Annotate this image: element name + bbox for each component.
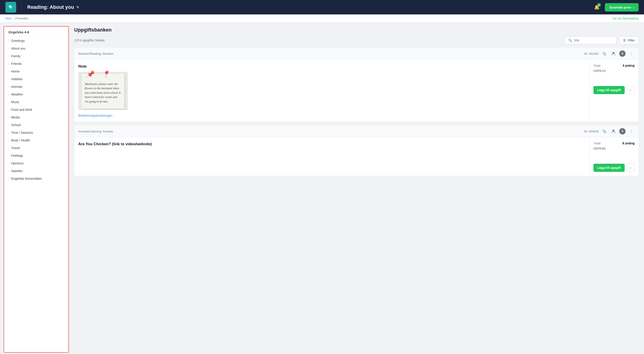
cefr-label: CEFR:A1 <box>594 69 634 73</box>
sidebar-item-time-seasons[interactable]: › Time / Seasons <box>4 129 68 136</box>
logo <box>6 2 16 13</box>
sidebar-item-family[interactable]: › Family <box>4 52 68 60</box>
header-divider <box>22 3 22 11</box>
lagg-till-button-1[interactable]: Lägg till uppgift <box>594 86 625 94</box>
more-options-icon[interactable]: ⋮ <box>628 50 634 57</box>
chevron-icon: › <box>8 131 10 134</box>
sidebar-item-travel[interactable]: › Travel <box>4 144 68 152</box>
sidebar-item-greetings[interactable]: › Greetings <box>4 37 68 45</box>
notification-button[interactable]: 🔔 0 <box>592 3 601 12</box>
sidebar-item-label: About you <box>11 47 26 50</box>
person-icon[interactable] <box>610 50 616 57</box>
avatar: A <box>619 50 626 57</box>
filter-label: Filter <box>628 39 635 42</box>
chevron-icon: › <box>8 116 10 119</box>
sidebar-item-feelings[interactable]: › Feelings <box>4 152 68 159</box>
sidebar-item-media[interactable]: › Media <box>4 113 68 121</box>
header: Reading: About you ✎ 🔔 0 Granska prov › <box>0 0 644 15</box>
totalt-row: Totalt: 4 poäng <box>594 64 634 67</box>
clip-icon[interactable]: 📎 <box>601 50 608 57</box>
card-2-actions: Lägg till uppgift ☆ <box>594 164 634 172</box>
bedömning-label: Bedömningsanvisningar <box>78 114 112 117</box>
task-card-1-header: Weather/Reading: Weather ID: 481083 📎 A … <box>74 48 638 60</box>
task-2-title: Are You Chicken? (link to video/website) <box>78 142 585 146</box>
task-1-title: Note <box>78 64 585 69</box>
sidebar-item-label: Friends <box>11 62 22 66</box>
note-image: 📌 📍 Mackenzie, please water the flowers … <box>78 72 128 110</box>
chevron-icon: › <box>8 108 10 111</box>
star-button-2[interactable]: ☆ <box>626 164 634 172</box>
totalt-label: Totalt: <box>594 64 601 67</box>
sidebar-item-friends[interactable]: › Friends <box>4 60 68 68</box>
search-box[interactable]: 🔍 <box>565 37 616 44</box>
sidebar-item-label: Media <box>11 115 20 119</box>
sidebar-item-opinions[interactable]: › Opinions <box>4 159 68 167</box>
sidebar-title: Engelska 4-6 <box>4 27 68 37</box>
star-button-1[interactable]: ☆ <box>626 86 634 94</box>
chevron-icon: › <box>8 78 10 80</box>
sidebar-item-music[interactable]: › Music <box>4 98 68 106</box>
sidebar-item-engelska[interactable]: › Engelska livsområden <box>4 175 68 183</box>
sidebar-item-home[interactable]: › Home <box>4 68 68 75</box>
sidebar-item-label: Opinions <box>11 161 24 165</box>
granska-button[interactable]: Granska prov › <box>605 3 638 12</box>
task-1-body: Note 📌 📍 Mackenzie, please water the flo… <box>74 60 638 122</box>
chevron-icon: › <box>8 162 10 165</box>
sidebar-item-label: Animals <box>11 85 22 89</box>
task-1-meta: ID: 481083 📎 A ⋮ <box>584 50 634 57</box>
clip-icon-2[interactable]: 📎 <box>601 128 608 134</box>
edit-icon[interactable]: ✎ <box>76 5 79 10</box>
sidebar-item-sweden[interactable]: › Sweden <box>4 167 68 175</box>
breadcrumb-home[interactable]: Hem <box>6 17 12 20</box>
chevron-icon: › <box>8 147 10 149</box>
person-icon-2[interactable] <box>610 128 616 134</box>
sidebar-item-label: Body / Health <box>11 138 30 142</box>
cefr-label-2: CEFR:B1 <box>594 147 634 150</box>
note-text: Mackenzie, please water the flowers in t… <box>85 82 121 103</box>
task-card-2: Animals/Listening: Animals ID: 304628 📎 … <box>74 125 638 176</box>
breadcrumb-bar: Hem › Proveditor Ge oss återkoppling <box>0 15 644 23</box>
filter-button[interactable]: ☰ Filter <box>619 37 638 44</box>
chevron-icon: › <box>8 139 10 142</box>
task-card-2-header: Animals/Listening: Animals ID: 304628 📎 … <box>74 125 638 137</box>
breadcrumb-current: Proveditor <box>15 17 28 20</box>
card-1-actions: Lägg till uppgift ☆ <box>594 86 634 94</box>
avatar-2: A <box>619 128 626 134</box>
chevron-icon: › <box>8 93 10 96</box>
feedback-link[interactable]: Ge oss återkoppling <box>612 17 638 20</box>
sidebar-item-food-drink[interactable]: › Food and drink <box>4 106 68 113</box>
chevron-icon: › <box>8 47 10 50</box>
sidebar-item-body-health[interactable]: › Body / Health <box>4 136 68 144</box>
sidebar-item-label: Greetings <box>11 39 25 43</box>
lagg-till-button-2[interactable]: Lägg till uppgift <box>594 164 625 172</box>
more-options-icon-2[interactable]: ⋮ <box>628 128 634 134</box>
sidebar-item-label: Home <box>11 70 20 73</box>
sidebar-item-school[interactable]: › School <box>4 121 68 129</box>
pin-red-icon: 📍 <box>102 70 110 79</box>
chevron-icon: › <box>8 154 10 157</box>
sidebar-item-label: School <box>11 123 21 127</box>
sidebar-item-label: Music <box>11 100 20 104</box>
task-1-sidebar: Totalt: 4 poäng CEFR:A1 Lägg till uppgif… <box>589 60 638 122</box>
breadcrumb: Hem › Proveditor <box>6 17 28 20</box>
task-2-body: Are You Chicken? (link to video/website)… <box>74 137 638 176</box>
content-title: Uppgiftsbanken <box>74 27 638 33</box>
sidebar-item-label: Family <box>11 54 20 58</box>
page-title: Reading: About you <box>27 4 74 10</box>
sidebar-item-hobbies[interactable]: › Hobbies <box>4 75 68 83</box>
toolbar-right: 🔍 ☰ Filter <box>565 37 638 44</box>
header-actions: 🔔 0 Granska prov › <box>592 3 638 12</box>
sidebar-item-about-you[interactable]: › About you <box>4 45 68 52</box>
granska-arrow-icon: › <box>633 6 634 9</box>
task-2-main: Are You Chicken? (link to video/website) <box>74 137 589 176</box>
totalt-label-2: Totalt: <box>594 142 601 145</box>
main-layout: Engelska 4-6 › Greetings › About you › F… <box>0 23 644 354</box>
sidebar-item-weather[interactable]: › Weather <box>4 91 68 98</box>
bedömning-link[interactable]: Bedömningsanvisningar › <box>78 114 585 117</box>
sidebar-item-animals[interactable]: › Animals <box>4 83 68 91</box>
chevron-icon: › <box>8 55 10 57</box>
notification-badge: 0 <box>597 3 601 7</box>
search-input[interactable] <box>574 39 613 42</box>
task-1-id: ID: 481083 <box>584 52 598 55</box>
chevron-icon: › <box>8 39 10 42</box>
